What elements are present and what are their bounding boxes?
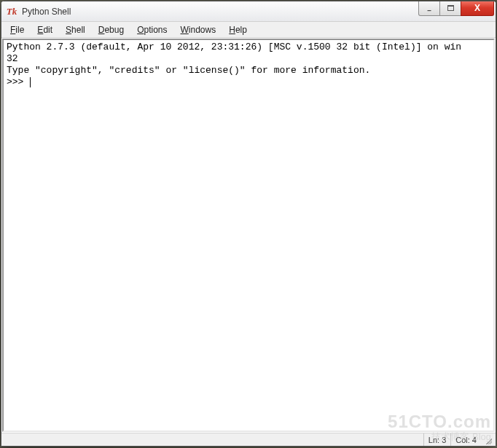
- window-controls: – X: [419, 1, 494, 16]
- menu-label: dit: [43, 25, 52, 35]
- window-title: Python Shell: [22, 7, 419, 17]
- menu-label: hell: [71, 25, 85, 35]
- menu-options[interactable]: Options: [131, 23, 173, 36]
- python-shell-window: Tk Python Shell – X File Edit Shell Debu…: [1, 1, 496, 447]
- menu-windows[interactable]: Windows: [175, 23, 222, 36]
- banner-line-1: Python 2.7.3 (default, Apr 10 2012, 23:3…: [7, 42, 461, 52]
- shell-text-area[interactable]: Python 2.7.3 (default, Apr 10 2012, 23:3…: [2, 39, 495, 432]
- status-col: Col: 4: [450, 433, 481, 446]
- menu-debug[interactable]: Debug: [93, 23, 130, 36]
- banner-line-2: 32: [7, 53, 18, 64]
- menu-edit[interactable]: Edit: [31, 23, 58, 36]
- titlebar[interactable]: Tk Python Shell – X: [1, 1, 496, 22]
- menu-shell[interactable]: Shell: [60, 23, 91, 36]
- app-icon: Tk: [6, 6, 17, 17]
- banner-line-3: Type "copyright", "credits" or "license(…: [7, 65, 370, 76]
- shell-prompt: >>>: [7, 76, 29, 87]
- statusbar: Ln: 3 Col: 4: [1, 433, 496, 446]
- menu-label: ptions: [144, 25, 167, 35]
- status-line: Ln: 3: [423, 433, 450, 446]
- menu-label: ile: [15, 25, 24, 35]
- menu-file[interactable]: File: [4, 23, 30, 36]
- menubar: File Edit Shell Debug Options Windows He…: [1, 22, 496, 38]
- menu-label: elp: [235, 25, 247, 35]
- text-cursor: [30, 77, 31, 87]
- resize-grip[interactable]: [482, 435, 493, 445]
- menu-label: ebug: [104, 25, 124, 35]
- maximize-button[interactable]: [439, 1, 461, 16]
- menu-label: indows: [189, 25, 216, 35]
- menu-help[interactable]: Help: [223, 23, 253, 36]
- minimize-button[interactable]: –: [418, 1, 440, 16]
- close-button[interactable]: X: [461, 1, 494, 16]
